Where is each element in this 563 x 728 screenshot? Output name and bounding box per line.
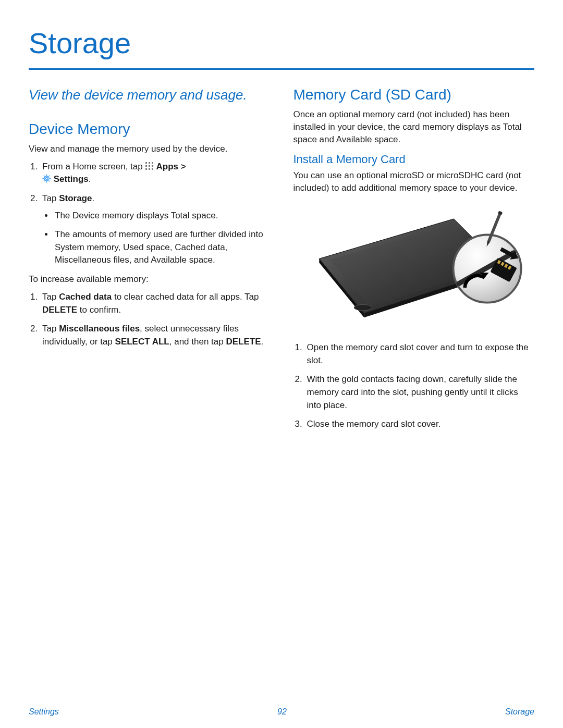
step-2-bullets: The Device memory displays Total space. … <box>42 209 270 267</box>
install-step-3: Close the memory card slot cover. <box>305 418 535 431</box>
svg-point-10 <box>46 178 48 180</box>
device-memory-steps: From a Home screen, tap Apps > Settings.… <box>29 161 270 267</box>
svg-rect-1 <box>149 162 150 164</box>
svg-line-17 <box>44 181 45 182</box>
inc1-d: DELETE <box>42 305 77 315</box>
svg-rect-4 <box>149 165 150 167</box>
inc2-a: Tap <box>42 324 59 334</box>
svg-rect-0 <box>145 162 147 164</box>
step-1-text-b: Apps > <box>154 162 186 171</box>
svg-line-16 <box>48 181 50 182</box>
title-rule <box>29 68 534 70</box>
device-memory-desc: View and manage the memory used by the d… <box>29 143 270 155</box>
inc1-b: Cached data <box>59 292 112 302</box>
footer-left: Settings <box>29 707 59 717</box>
tablet-illustration <box>293 204 535 326</box>
device-memory-heading: Device Memory <box>29 121 270 138</box>
svg-rect-3 <box>145 165 147 167</box>
install-memory-card-desc: You can use an optional microSD or micro… <box>293 169 535 194</box>
install-step-2: With the gold contacts facing down, care… <box>305 373 535 412</box>
inc2-f: DELETE <box>226 337 261 347</box>
settings-icon <box>42 174 51 183</box>
step-1: From a Home screen, tap Apps > Settings. <box>40 161 270 186</box>
step-2-text-a: Tap <box>42 193 59 203</box>
step-2-text-b: Storage <box>59 193 92 203</box>
svg-point-9 <box>44 176 49 181</box>
install-step-1: Open the memory card slot cover and turn… <box>305 341 535 367</box>
memory-card-desc: Once an optional memory card (not includ… <box>293 108 535 145</box>
increase-memory-intro: To increase available memory: <box>29 273 270 286</box>
svg-rect-6 <box>145 168 147 170</box>
svg-rect-7 <box>149 168 150 170</box>
bullet-divided: The amounts of memory used are further d… <box>54 228 270 267</box>
left-column: View the device memory and usage. Device… <box>29 87 270 437</box>
inc1-c: to clear cached data for all apps. Tap <box>112 292 259 302</box>
install-memory-card-heading: Install a Memory Card <box>293 153 535 166</box>
step-2: Tap Storage. The Device memory displays … <box>40 192 270 267</box>
svg-line-15 <box>44 176 45 177</box>
inc2-b: Miscellaneous files <box>59 324 140 334</box>
inc-step-1: Tap Cached data to clear cached data for… <box>40 291 270 316</box>
inc2-d: SELECT ALL <box>115 337 169 347</box>
svg-line-18 <box>48 176 50 177</box>
bullet-total-space: The Device memory displays Total space. <box>54 209 270 223</box>
footer-page-number: 92 <box>277 707 287 717</box>
inc1-a: Tap <box>42 292 59 302</box>
inc2-e: , and then tap <box>169 337 226 347</box>
right-column: Memory Card (SD Card) Once an optional m… <box>293 87 535 437</box>
memory-card-heading: Memory Card (SD Card) <box>293 87 535 103</box>
step-2-text-c: . <box>92 193 94 203</box>
step-1-text-c: Settings <box>51 174 89 184</box>
inc2-g: . <box>261 337 264 347</box>
page-footer: Settings 92 Storage <box>0 707 563 717</box>
inc1-e: to confirm. <box>77 305 121 315</box>
svg-point-23 <box>354 304 372 310</box>
page-title: Storage <box>29 26 534 60</box>
intro-text: View the device memory and usage. <box>29 87 270 104</box>
install-steps: Open the memory card slot cover and turn… <box>293 341 535 431</box>
step-1-text-d: . <box>89 174 91 184</box>
footer-right: Storage <box>505 707 534 717</box>
apps-icon <box>145 162 154 170</box>
step-1-text-a: From a Home screen, tap <box>42 162 145 171</box>
inc-step-2: Tap Miscellaneous files, select unnecess… <box>40 323 270 348</box>
increase-memory-steps: Tap Cached data to clear cached data for… <box>29 291 270 349</box>
